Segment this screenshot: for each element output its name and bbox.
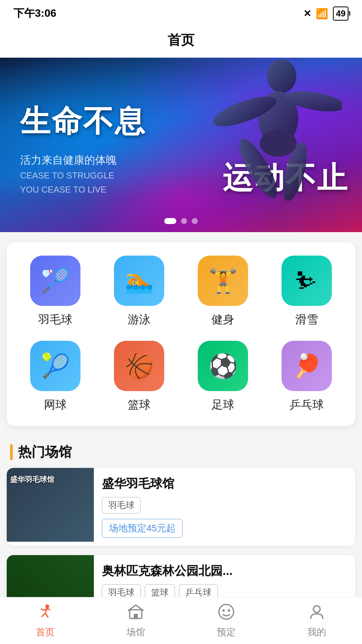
category-item-basketball[interactable]: 🏀 篮球	[101, 341, 178, 413]
venue-item-venue1[interactable]: 盛华羽毛球馆 羽毛球 场地预定45元起	[7, 468, 355, 546]
venue-info-venue1: 盛华羽毛球馆 羽毛球 场地预定45元起	[94, 468, 355, 546]
category-label-tennis: 网球	[44, 397, 67, 413]
venue-image-venue1	[7, 468, 94, 542]
close-icon: ✕	[303, 8, 311, 19]
mine-nav-icon	[308, 603, 325, 623]
venue-nav-icon	[127, 603, 144, 623]
booking-nav-label: 预定	[217, 626, 236, 639]
category-item-swim[interactable]: 🏊 游泳	[101, 256, 178, 327]
category-icon-tennis: 🎾	[30, 341, 80, 391]
athlete-silhouette	[208, 58, 342, 212]
category-label-football: 足球	[212, 397, 234, 413]
status-bar: 下午3:06 ✕ 📶 49	[0, 0, 362, 24]
status-time: 下午3:06	[13, 6, 56, 21]
hero-banner[interactable]: 生命不息 活力来自健康的体魄 CEASE TO STRUGGLE YOU CEA…	[0, 58, 362, 232]
banner-text-sub: 活力来自健康的体魄 CEASE TO STRUGGLE YOU CEASE TO…	[20, 152, 117, 197]
category-label-swim: 游泳	[128, 312, 150, 327]
category-item-fitness[interactable]: 🏋 健身	[184, 256, 261, 327]
category-item-ski[interactable]: ⛷ 滑雪	[268, 256, 345, 327]
svg-point-19	[313, 606, 320, 612]
hot-venues-section-header: 热门场馆	[0, 436, 362, 468]
section-accent-bar	[10, 444, 13, 460]
category-label-ski: 滑雪	[295, 312, 318, 327]
svg-line-10	[45, 613, 48, 617]
svg-point-17	[223, 609, 225, 611]
section-title: 热门场馆	[18, 443, 72, 461]
venue-nav-label: 场馆	[126, 626, 145, 639]
svg-line-13	[47, 608, 50, 610]
status-icons: ✕ 📶 49	[303, 6, 349, 21]
venue-name-venue2: 奥林匹克森林公园北园...	[102, 563, 347, 579]
category-icon-basketball: 🏀	[114, 341, 164, 391]
nav-item-venue[interactable]: 场馆	[90, 603, 181, 639]
banner-dot-2[interactable]	[181, 218, 187, 224]
banner-dot-1[interactable]	[164, 218, 176, 224]
category-label-fitness: 健身	[212, 312, 234, 327]
home-nav-icon	[37, 603, 54, 623]
venue-tags-venue1: 羽毛球	[102, 497, 347, 514]
banner-dot-3[interactable]	[192, 218, 198, 224]
svg-point-18	[228, 609, 230, 611]
category-label-badminton: 羽毛球	[38, 312, 72, 327]
category-item-badminton[interactable]: 🏸 羽毛球	[17, 256, 94, 327]
venue-tag: 羽毛球	[102, 497, 141, 514]
svg-point-6	[260, 130, 297, 157]
nav-item-mine[interactable]: 我的	[272, 603, 362, 639]
venue-price-venue1[interactable]: 场地预定45元起	[102, 519, 183, 538]
category-icon-badminton: 🏸	[30, 256, 80, 306]
svg-point-0	[267, 59, 296, 93]
page-header: 首页	[0, 24, 362, 58]
banner-dots	[164, 218, 198, 224]
wifi-icon: 📶	[316, 8, 328, 19]
svg-rect-15	[134, 614, 138, 619]
category-icon-swim: 🏊	[114, 256, 164, 306]
category-item-tabletennis[interactable]: 🏓 乒乓球	[268, 341, 345, 413]
svg-line-12	[41, 609, 44, 610]
category-icon-ski: ⛷	[282, 256, 332, 306]
category-label-tabletennis: 乒乓球	[290, 397, 324, 413]
bottom-navigation: 首页 场馆 预定 我的	[0, 597, 362, 644]
category-item-football[interactable]: ⚽ 足球	[184, 341, 261, 413]
category-label-basketball: 篮球	[128, 397, 150, 413]
battery-indicator: 49	[333, 6, 349, 21]
category-grid: 🏸 羽毛球 🏊 游泳 🏋 健身 ⛷ 滑雪 🎾 网球 🏀 篮球 ⚽ 足球 🏓 乒乓…	[17, 256, 345, 413]
home-nav-label: 首页	[36, 626, 55, 639]
sports-category-card: 🏸 羽毛球 🏊 游泳 🏋 健身 ⛷ 滑雪 🎾 网球 🏀 篮球 ⚽ 足球 🏓 乒乓…	[7, 242, 355, 426]
banner-text-main: 生命不息	[20, 105, 146, 138]
category-icon-football: ⚽	[198, 341, 248, 391]
nav-item-home[interactable]: 首页	[0, 603, 90, 639]
mine-nav-label: 我的	[307, 626, 326, 639]
category-icon-fitness: 🏋	[198, 256, 248, 306]
nav-item-booking[interactable]: 预定	[181, 603, 272, 639]
svg-line-9	[42, 613, 45, 616]
svg-point-16	[219, 604, 234, 619]
svg-point-7	[45, 604, 49, 608]
venue-name-venue1: 盛华羽毛球馆	[102, 476, 347, 492]
page-title: 首页	[168, 33, 194, 47]
category-icon-tabletennis: 🏓	[282, 341, 332, 391]
category-item-tennis[interactable]: 🎾 网球	[17, 341, 94, 413]
booking-nav-icon	[218, 603, 235, 623]
